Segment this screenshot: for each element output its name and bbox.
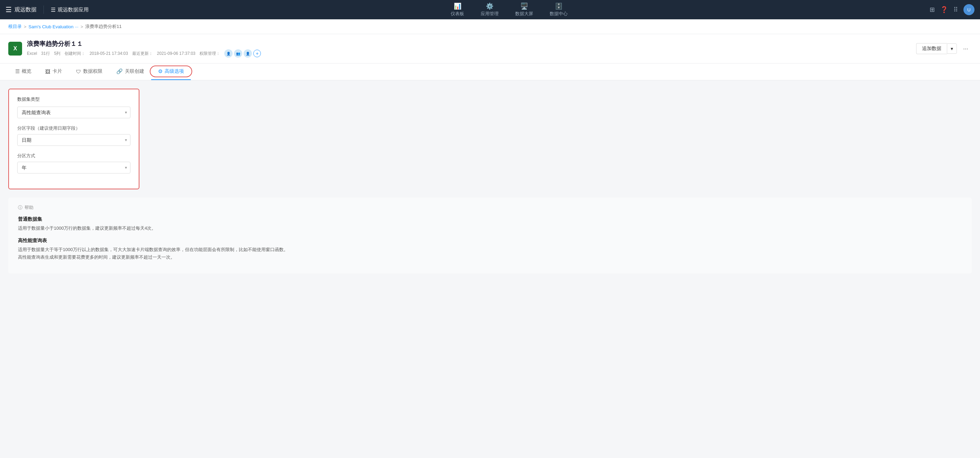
- menu-icon[interactable]: ☰: [6, 6, 12, 14]
- tab-related-label: 关联创建: [125, 68, 144, 74]
- tab-card-label: 卡片: [52, 68, 62, 74]
- breadcrumb-sep2: >: [80, 24, 83, 29]
- help-circle-icon: ⓘ: [18, 204, 22, 211]
- content-area: 数据集类型 高性能查询表 普通数据集 ▾ 分区字段（建议使用日期字段） 日期 ▾…: [0, 80, 980, 282]
- dataset-type-select[interactable]: 高性能查询表 普通数据集: [17, 106, 130, 118]
- tab-advanced[interactable]: ⚙ 高级选项: [151, 63, 191, 80]
- perm-add-button[interactable]: +: [253, 50, 261, 57]
- created-time: 2018-05-21 17:34:03: [89, 51, 128, 56]
- add-data-button[interactable]: 追加数据: [916, 43, 947, 54]
- help-icon[interactable]: ❓: [940, 6, 948, 13]
- perm-icon-1[interactable]: 👤: [224, 49, 232, 58]
- page-title: 浪费率趋势分析１１: [27, 40, 261, 48]
- file-type: Excel: [27, 51, 37, 56]
- tab-related[interactable]: 🔗 关联创建: [110, 63, 151, 80]
- nav-app-mgmt-label: 应用管理: [481, 11, 499, 17]
- card-icon: 🖼: [45, 69, 50, 74]
- created-label: 创建时间：: [65, 51, 85, 57]
- tab-advanced-label: 高级选项: [165, 68, 184, 74]
- header-left: X 浪费率趋势分析１１ Excel 31行 5列 创建时间： 2018-05-2…: [8, 40, 261, 58]
- updated-time: 2021-09-06 17:37:03: [157, 51, 195, 56]
- help-section: ⓘ 帮助 普通数据集 适用于数据量小于1000万行的数据集，建议更新频率不超过每…: [8, 198, 972, 274]
- perm-icons: 👤 👥 👤 +: [224, 49, 261, 58]
- more-options-button[interactable]: ···: [959, 43, 972, 54]
- topnav-right: ⊞ ❓ ⠿ U: [930, 4, 974, 15]
- logo[interactable]: ☰ 观远数据: [6, 6, 44, 14]
- tab-data-perm-label: 数据权限: [83, 68, 102, 74]
- nav-dashboard[interactable]: 📊 仪表板: [448, 1, 467, 18]
- app-title-text: 观远数据应用: [57, 6, 89, 13]
- header-right: 追加数据 ▾ ···: [916, 43, 972, 54]
- settings-box: 数据集类型 高性能查询表 普通数据集 ▾ 分区字段（建议使用日期字段） 日期 ▾…: [8, 89, 139, 189]
- breadcrumb-root[interactable]: 根目录: [8, 24, 22, 30]
- tabs-bar: ☰ 概览 🖼 卡片 🛡 数据权限 🔗 关联创建 ⚙ 高级选项: [0, 63, 980, 80]
- updated-label: 最近更新：: [132, 51, 153, 57]
- page-meta: Excel 31行 5列 创建时间： 2018-05-21 17:34:03 最…: [27, 49, 261, 58]
- nav-data-center[interactable]: 🗄️ 数据中心: [547, 1, 570, 18]
- top-navigation: ☰ 观远数据 ☰ 观远数据应用 📊 仪表板 ⚙️ 应用管理 🖥️ 数据大屏 🗄️…: [0, 0, 980, 19]
- perm-icon-2[interactable]: 👥: [234, 49, 242, 58]
- advanced-icon: ⚙: [158, 68, 162, 74]
- nav-dashboard-label: 仪表板: [451, 11, 464, 17]
- dashboard-icon: 📊: [454, 2, 461, 10]
- breadcrumb: 根目录 > Sam's Club Evaluation ··· > 浪费率趋势分…: [0, 19, 980, 34]
- avatar[interactable]: U: [963, 4, 974, 15]
- data-perm-icon: 🛡: [76, 69, 81, 74]
- nav-data-screen-label: 数据大屏: [515, 11, 533, 17]
- tab-card[interactable]: 🖼 卡片: [38, 63, 69, 80]
- tab-data-perm[interactable]: 🛡 数据权限: [69, 63, 110, 80]
- breadcrumb-club[interactable]: Sam's Club Evaluation ···: [29, 24, 79, 29]
- partition-mode-wrapper: 年 月 日 ▾: [17, 162, 130, 173]
- overview-icon: ☰: [15, 68, 20, 74]
- help-normal-title: 普通数据集: [18, 216, 962, 222]
- help-title: 帮助: [24, 204, 33, 211]
- app-title: ☰ 观远数据应用: [44, 6, 89, 13]
- tab-overview[interactable]: ☰ 概览: [8, 63, 38, 80]
- apps-icon[interactable]: ⠿: [953, 6, 958, 13]
- help-title-row: ⓘ 帮助: [18, 204, 962, 211]
- partition-field-wrapper: 日期 ▾: [17, 134, 130, 146]
- header-info: 浪费率趋势分析１１ Excel 31行 5列 创建时间： 2018-05-21 …: [27, 40, 261, 58]
- perm-icon-3[interactable]: 👤: [243, 49, 252, 58]
- dataset-type-wrapper: 高性能查询表 普通数据集 ▾: [17, 106, 130, 118]
- help-normal-text: 适用于数据量小于1000万行的数据集，建议更新频率不超过每天4次。: [18, 225, 962, 232]
- partition-field-select[interactable]: 日期: [17, 134, 130, 146]
- dataset-type-label: 数据集类型: [17, 96, 130, 102]
- help-block-highperf: 高性能查询表 适用于数据量大于等于1000万行以上的数据集，可大大加速卡片端数据…: [18, 238, 962, 261]
- app-menu-icon: ☰: [51, 6, 56, 13]
- related-icon: 🔗: [116, 68, 123, 74]
- app-mgmt-icon: ⚙️: [486, 2, 493, 10]
- add-data-dropdown[interactable]: ▾: [947, 43, 957, 54]
- row-count: 31行: [41, 51, 50, 57]
- tab-overview-label: 概览: [22, 68, 32, 74]
- partition-mode-select[interactable]: 年 月 日: [17, 162, 130, 173]
- help-highperf-title: 高性能查询表: [18, 238, 962, 244]
- nav-app-mgmt[interactable]: ⚙️ 应用管理: [478, 1, 501, 18]
- col-count: 5列: [54, 51, 61, 57]
- excel-icon: X: [8, 42, 22, 55]
- logo-text: 观远数据: [14, 6, 37, 13]
- data-center-icon: 🗄️: [555, 2, 562, 10]
- data-screen-icon: 🖥️: [520, 2, 528, 10]
- help-highperf-text2: 高性能查询表生成和更新需要花费更多的时间，建议更新频率不超过一天一次。: [18, 254, 962, 261]
- page-header: X 浪费率趋势分析１１ Excel 31行 5列 创建时间： 2018-05-2…: [0, 34, 980, 63]
- breadcrumb-sep1: >: [24, 24, 27, 29]
- nav-data-screen[interactable]: 🖥️ 数据大屏: [512, 1, 536, 18]
- partition-mode-label: 分区方式: [17, 153, 130, 159]
- help-block-normal: 普通数据集 适用于数据量小于1000万行的数据集，建议更新频率不超过每天4次。: [18, 216, 962, 232]
- partition-field-label: 分区字段（建议使用日期字段）: [17, 125, 130, 132]
- nav-center: 📊 仪表板 ⚙️ 应用管理 🖥️ 数据大屏 🗄️ 数据中心: [448, 1, 570, 18]
- help-highperf-text1: 适用于数据量大于等于1000万行以上的数据集，可大大加速卡片端数据查询的效率，但…: [18, 246, 962, 254]
- perm-label: 权限管理：: [199, 51, 220, 57]
- breadcrumb-current: 浪费率趋势分析11: [85, 24, 121, 30]
- grid-icon[interactable]: ⊞: [930, 6, 935, 13]
- nav-data-center-label: 数据中心: [550, 11, 568, 17]
